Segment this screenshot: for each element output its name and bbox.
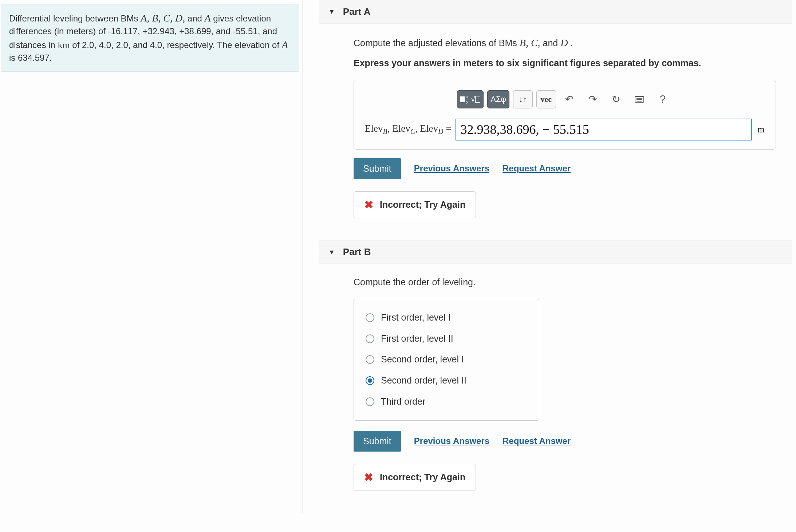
part-b-title: Part B [343, 246, 371, 258]
problem-text-3: of 2.0, 4.0, 2.0, and 4.0, respectively.… [72, 40, 281, 50]
greek-button[interactable]: ΑΣφ [487, 90, 509, 108]
request-answer-link[interactable]: Request Answer [503, 163, 571, 174]
part-b-actions: Submit Previous Answers Request Answer [354, 431, 792, 452]
option-label: Second order, level I [381, 353, 464, 366]
instr-bm-last: D [560, 37, 568, 48]
submit-button[interactable]: Submit [354, 431, 401, 452]
sqrt-icon: xy √ [460, 93, 480, 105]
part-a-format: Express your answers in meters to six si… [354, 57, 792, 70]
option-label: Third order [381, 396, 425, 408]
radio-option[interactable]: Second order, level II [364, 370, 529, 391]
radio-option[interactable]: Third order [364, 391, 529, 412]
problem-bms: A, B, C, D, [141, 12, 185, 24]
keyboard-icon [635, 96, 644, 103]
radio-icon [366, 397, 374, 406]
problem-text-4: is 634.597. [9, 53, 52, 63]
answer-column: ▼ Part A Compute the adjusted elevations… [302, 0, 796, 513]
part-a-body: Compute the adjusted elevations of BMs B… [319, 36, 792, 218]
incorrect-icon: ✖ [364, 198, 373, 213]
subscript-button[interactable]: ↓↑ [513, 90, 533, 108]
incorrect-icon: ✖ [364, 470, 373, 485]
radio-option[interactable]: Second order, level I [364, 349, 529, 370]
help-button[interactable]: ? [653, 90, 673, 108]
instr-bms: B, C, [520, 37, 540, 48]
part-a-header[interactable]: ▼ Part A [319, 0, 792, 24]
radio-option[interactable]: First order, level II [364, 328, 529, 349]
answer-unit: m [756, 123, 765, 136]
request-answer-link[interactable]: Request Answer [503, 435, 571, 447]
equation-toolbar: xy √ ΑΣφ ↓↑ vec ↶ ↷ ↻ ? [365, 90, 765, 108]
problem-bm-a: A [282, 39, 288, 50]
options-box: First order, level IFirst order, level I… [354, 299, 539, 421]
answer-row: ElevB, ElevC, ElevD = m [365, 119, 765, 140]
instr-and: and [543, 38, 561, 48]
part-a-actions: Submit Previous Answers Request Answer [354, 158, 792, 179]
radio-icon [366, 334, 374, 343]
part-b-feedback: ✖ Incorrect; Try Again [354, 464, 476, 491]
radio-icon [366, 313, 374, 322]
templates-button[interactable]: xy √ [457, 90, 484, 108]
undo-button[interactable]: ↶ [560, 90, 579, 108]
previous-answers-link[interactable]: Previous Answers [414, 163, 489, 174]
part-b-body: Compute the order of leveling. First ord… [319, 276, 792, 491]
feedback-text: Incorrect; Try Again [380, 471, 465, 484]
answer-label: ElevB, ElevC, ElevD = [365, 122, 451, 136]
reset-button[interactable]: ↻ [606, 90, 626, 108]
option-label: First order, level II [381, 333, 453, 345]
part-a-instruction: Compute the adjusted elevations of BMs B… [354, 36, 792, 50]
vec-button[interactable]: vec [536, 90, 556, 108]
redo-button[interactable]: ↷ [583, 90, 603, 108]
option-label: Second order, level II [381, 374, 466, 387]
option-label: First order, level I [381, 311, 451, 324]
problem-km: km [58, 40, 70, 50]
part-a-title: Part A [343, 5, 371, 18]
submit-button[interactable]: Submit [354, 158, 401, 179]
collapse-icon: ▼ [328, 7, 335, 16]
feedback-text: Incorrect; Try Again [380, 199, 465, 211]
part-a-feedback: ✖ Incorrect; Try Again [354, 191, 476, 219]
answer-input[interactable] [456, 119, 751, 140]
problem-bm-last: A [205, 12, 211, 24]
radio-option[interactable]: First order, level I [364, 307, 529, 328]
instr-text: Compute the adjusted elevations of BMs [354, 38, 520, 48]
problem-column: Differential leveling between BMs A, B, … [0, 0, 302, 513]
problem-and: and [188, 13, 205, 23]
collapse-icon: ▼ [328, 248, 335, 257]
problem-statement: Differential leveling between BMs A, B, … [1, 4, 299, 72]
part-b-instruction: Compute the order of leveling. [354, 276, 792, 289]
keyboard-button[interactable] [630, 90, 649, 108]
part-b-header[interactable]: ▼ Part B [319, 240, 792, 264]
radio-icon [366, 376, 374, 385]
instr-after: . [570, 38, 573, 48]
problem-text-1: Differential leveling between BMs [9, 13, 141, 23]
answer-box: xy √ ΑΣφ ↓↑ vec ↶ ↷ ↻ ? ElevB, ElevC, El [354, 80, 776, 150]
radio-icon [366, 355, 374, 364]
previous-answers-link[interactable]: Previous Answers [414, 435, 489, 447]
